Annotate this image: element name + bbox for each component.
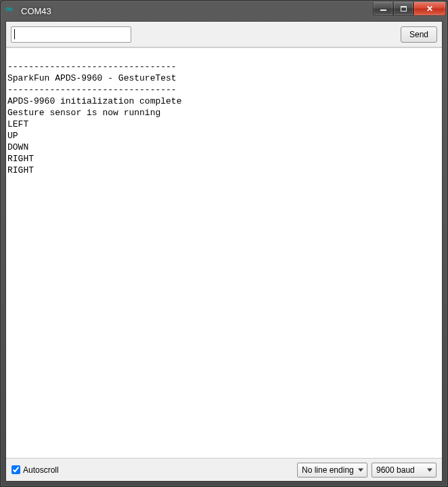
send-row: Send [6, 22, 442, 47]
window-controls: ✕ [373, 2, 446, 16]
send-button[interactable]: Send [401, 26, 437, 43]
send-input-wrap [11, 26, 397, 43]
serial-output[interactable]: -------------------------------- SparkFu… [6, 47, 442, 458]
line-ending-select[interactable]: No line ending [297, 463, 367, 478]
titlebar[interactable]: COM43 ✕ [1, 1, 447, 21]
chevron-down-icon [427, 468, 432, 471]
line-ending-value: No line ending [302, 465, 354, 475]
autoscroll-checkbox[interactable] [12, 465, 20, 474]
baud-rate-select[interactable]: 9600 baud [372, 463, 436, 478]
chevron-down-icon [358, 468, 363, 471]
autoscroll-control[interactable]: Autoscroll [12, 465, 293, 475]
footer-row: Autoscroll No line ending 9600 baud [6, 458, 442, 481]
send-input[interactable] [11, 26, 131, 43]
arduino-icon [6, 5, 17, 16]
minimize-button[interactable] [373, 2, 393, 16]
close-button[interactable]: ✕ [413, 2, 446, 16]
maximize-button[interactable] [393, 2, 413, 16]
window-title: COM43 [21, 6, 373, 16]
baud-rate-value: 9600 baud [376, 465, 415, 475]
autoscroll-label: Autoscroll [23, 465, 59, 475]
client-area: Send -------------------------------- Sp… [5, 21, 443, 482]
serial-monitor-window: COM43 ✕ Send ---------------------------… [0, 0, 448, 487]
